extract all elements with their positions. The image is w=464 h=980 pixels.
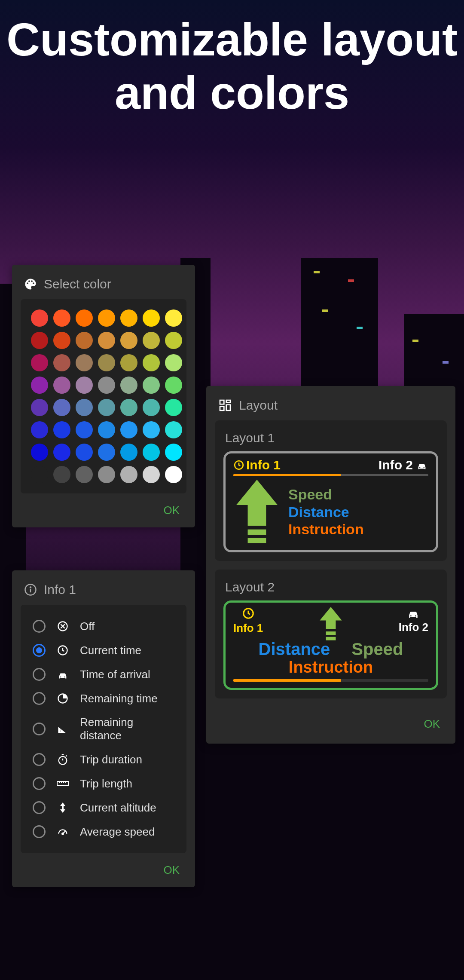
color-swatch[interactable] — [98, 466, 115, 483]
color-swatch[interactable] — [76, 309, 93, 327]
color-swatch[interactable] — [31, 421, 48, 438]
layout-ok-button[interactable]: OK — [206, 707, 455, 741]
color-swatch[interactable] — [143, 444, 160, 461]
color-swatch[interactable] — [31, 466, 48, 483]
option-label: Current time — [80, 644, 141, 657]
color-swatch[interactable] — [76, 332, 93, 349]
info-icon — [24, 583, 37, 596]
color-swatch[interactable] — [31, 444, 48, 461]
radio-button[interactable] — [33, 723, 46, 735]
color-swatch[interactable] — [76, 421, 93, 438]
color-swatch[interactable] — [31, 354, 48, 371]
up-arrow-icon — [318, 607, 344, 641]
color-swatch[interactable] — [76, 354, 93, 371]
altitude-icon — [56, 801, 70, 815]
color-swatch[interactable] — [143, 309, 160, 327]
option-label: Average speed — [80, 825, 155, 839]
color-swatch[interactable] — [31, 399, 48, 416]
color-swatch[interactable] — [165, 421, 182, 438]
color-swatch[interactable] — [120, 444, 137, 461]
color-swatch[interactable] — [143, 354, 160, 371]
color-swatch[interactable] — [143, 332, 160, 349]
color-swatch[interactable] — [143, 399, 160, 416]
info1-option[interactable]: Average speed — [33, 825, 174, 839]
color-swatch[interactable] — [76, 399, 93, 416]
color-swatch[interactable] — [53, 354, 70, 371]
radio-button[interactable] — [33, 644, 46, 657]
info1-option[interactable]: Current time — [33, 643, 174, 657]
layout-header: Layout — [206, 386, 455, 420]
layout2-speed-label: Speed — [351, 640, 403, 659]
option-label: Remaining time — [80, 692, 158, 705]
color-swatch[interactable] — [31, 332, 48, 349]
color-swatch[interactable] — [98, 444, 115, 461]
svg-rect-18 — [248, 530, 266, 535]
color-swatch[interactable] — [98, 354, 115, 371]
color-swatch[interactable] — [120, 332, 137, 349]
color-swatch[interactable] — [53, 421, 70, 438]
radio-button[interactable] — [33, 825, 46, 838]
color-swatch[interactable] — [76, 444, 93, 461]
radio-button[interactable] — [33, 692, 46, 705]
layout-2-preview[interactable]: Info 1 Info 2 Distance Speed Instruction — [223, 600, 438, 690]
svg-rect-11 — [220, 400, 224, 404]
color-swatch[interactable] — [120, 466, 137, 483]
layout1-distance-label: Distance — [288, 503, 364, 521]
info1-option[interactable]: Current altitude — [33, 801, 174, 815]
color-swatch[interactable] — [53, 466, 70, 483]
color-swatch[interactable] — [120, 309, 137, 327]
color-swatch[interactable] — [31, 377, 48, 394]
color-swatch[interactable] — [120, 354, 137, 371]
color-swatch[interactable] — [165, 332, 182, 349]
svg-point-2 — [30, 587, 31, 588]
color-swatch[interactable] — [76, 466, 93, 483]
info1-option[interactable]: Remaining distance — [33, 716, 174, 742]
info1-option-list: OffCurrent timeTime of arrivalRemaining … — [31, 615, 176, 843]
layout2-info2: Info 2 — [399, 607, 428, 634]
color-swatch[interactable] — [165, 309, 182, 327]
color-swatch[interactable] — [53, 444, 70, 461]
color-swatch[interactable] — [53, 399, 70, 416]
color-swatch[interactable] — [53, 332, 70, 349]
radio-button[interactable] — [33, 801, 46, 814]
radio-button[interactable] — [33, 668, 46, 681]
color-swatch[interactable] — [98, 421, 115, 438]
option-label: Trip duration — [80, 753, 142, 766]
color-swatch[interactable] — [165, 399, 182, 416]
layout-title: Layout — [239, 398, 278, 413]
color-swatch[interactable] — [165, 466, 182, 483]
svg-rect-19 — [248, 538, 266, 543]
info1-title: Info 1 — [44, 582, 76, 597]
color-swatch[interactable] — [165, 444, 182, 461]
info1-option[interactable]: Time of arrival — [33, 668, 174, 681]
radio-button[interactable] — [33, 620, 46, 633]
color-swatch[interactable] — [98, 332, 115, 349]
color-swatch[interactable] — [165, 354, 182, 371]
color-swatch[interactable] — [98, 309, 115, 327]
color-swatch[interactable] — [120, 399, 137, 416]
color-swatch[interactable] — [31, 309, 48, 327]
radio-button[interactable] — [33, 753, 46, 766]
color-swatch[interactable] — [143, 466, 160, 483]
color-swatch[interactable] — [53, 377, 70, 394]
info1-option[interactable]: Off — [33, 619, 174, 633]
layout-1-preview[interactable]: Info 1 Info 2 Speed Distance Instruction — [223, 451, 438, 552]
color-swatch[interactable] — [76, 377, 93, 394]
car-icon — [56, 668, 70, 681]
info1-option[interactable]: Trip duration — [33, 753, 174, 766]
info1-option[interactable]: Trip length — [33, 777, 174, 790]
color-swatch[interactable] — [165, 377, 182, 394]
color-swatch[interactable] — [120, 377, 137, 394]
color-swatch[interactable] — [98, 377, 115, 394]
color-swatch[interactable] — [120, 421, 137, 438]
color-swatch[interactable] — [98, 399, 115, 416]
color-swatch[interactable] — [53, 309, 70, 327]
layout1-info1: Info 1 — [233, 458, 281, 472]
info1-option[interactable]: Remaining time — [33, 692, 174, 705]
color-ok-button[interactable]: OK — [12, 493, 195, 527]
layout-group-1: Layout 1 Info 1 Info 2 Speed Distance In… — [215, 420, 447, 561]
radio-button[interactable] — [33, 777, 46, 790]
info1-ok-button[interactable]: OK — [12, 853, 195, 887]
color-swatch[interactable] — [143, 377, 160, 394]
color-swatch[interactable] — [143, 421, 160, 438]
